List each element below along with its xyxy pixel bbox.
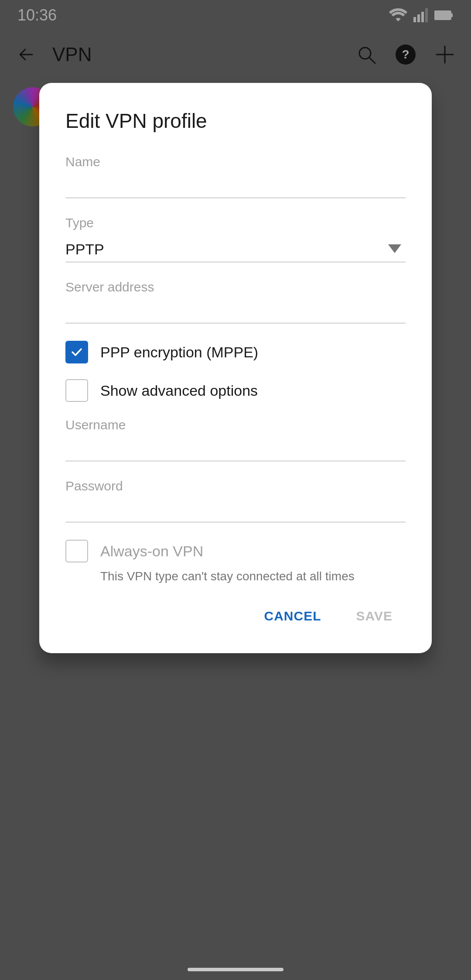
show-advanced-label: Show advanced options	[100, 382, 258, 399]
save-button[interactable]: SAVE	[343, 601, 406, 631]
show-advanced-checkbox[interactable]	[65, 379, 88, 402]
name-field: Name	[65, 154, 406, 198]
server-address-label: Server address	[65, 280, 406, 295]
dialog-title: Edit VPN profile	[65, 109, 406, 133]
password-label: Password	[65, 479, 406, 493]
always-on-label: Always-on VPN	[100, 543, 203, 560]
cancel-button[interactable]: CANCEL	[251, 601, 334, 631]
name-label: Name	[65, 154, 406, 169]
home-indicator	[188, 968, 283, 971]
edit-vpn-dialog: Edit VPN profile Name Type PPTP L2TP/IPS…	[39, 83, 432, 653]
type-field: Type PPTP L2TP/IPSec PSK L2TP/IPSec RSA …	[65, 216, 406, 262]
dialog-overlay: Edit VPN profile Name Type PPTP L2TP/IPS…	[0, 0, 471, 980]
username-field: Username	[65, 418, 406, 461]
ppp-encryption-row: PPP encryption (MPPE)	[65, 341, 406, 363]
always-on-checkbox[interactable]	[65, 540, 88, 562]
ppp-encryption-checkbox[interactable]	[65, 341, 88, 363]
server-address-field: Server address	[65, 280, 406, 323]
always-on-description: This VPN type can't stay connected at al…	[100, 569, 406, 583]
type-dropdown-wrapper: PPTP L2TP/IPSec PSK L2TP/IPSec RSA IPSec…	[65, 236, 406, 262]
type-select[interactable]: PPTP L2TP/IPSec PSK L2TP/IPSec RSA IPSec…	[65, 236, 406, 262]
show-advanced-row: Show advanced options	[65, 379, 406, 402]
ppp-encryption-label: PPP encryption (MPPE)	[100, 344, 258, 361]
username-input[interactable]	[65, 436, 406, 461]
username-label: Username	[65, 418, 406, 432]
server-address-input[interactable]	[65, 298, 406, 323]
password-input[interactable]	[65, 497, 406, 522]
dialog-actions: CANCEL SAVE	[65, 601, 406, 631]
name-input[interactable]	[65, 173, 406, 198]
type-label: Type	[65, 216, 406, 230]
checkmark-icon	[70, 346, 83, 359]
always-on-row: Always-on VPN	[65, 540, 406, 562]
password-field: Password	[65, 479, 406, 522]
